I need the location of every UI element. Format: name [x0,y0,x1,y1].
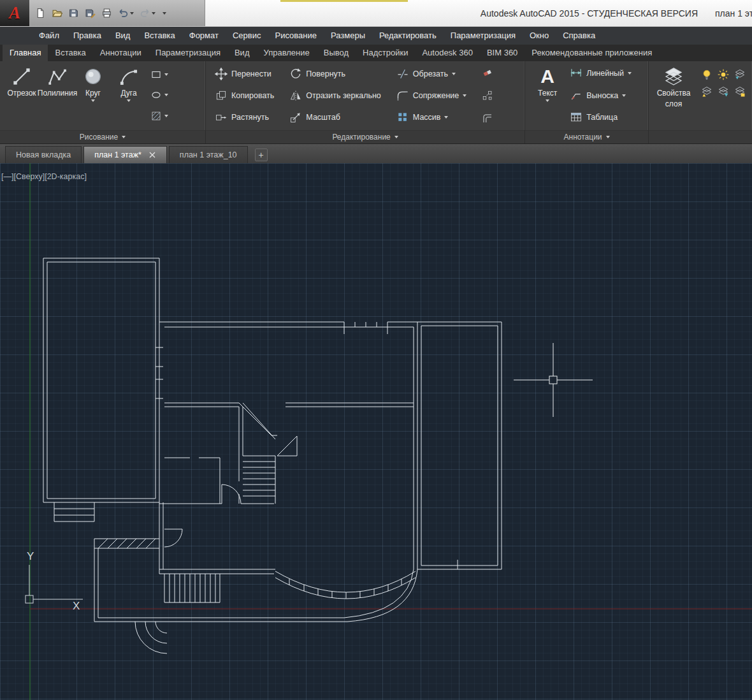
dropdown-caret [622,94,626,97]
ribbon-tab-featured-apps[interactable]: Рекомендованные приложения [524,45,659,61]
menu-draw[interactable]: Рисование [268,27,323,45]
hatch-tool-button[interactable] [150,108,168,124]
save-button[interactable] [66,4,81,22]
dropdown-caret [127,99,131,102]
menu-window[interactable]: Окно [523,27,556,45]
qat-customize-button[interactable] [159,4,168,22]
menu-format[interactable]: Формат [182,27,226,45]
layers-panel-footer[interactable] [649,130,752,143]
layer-lock-button[interactable] [715,83,732,100]
ribbon-tab-manage[interactable]: Управление [256,45,316,61]
draw-panel-body: Отрезок Полилиния Круг Дуга [0,61,205,130]
ribbon-panel-layers: Свойства слоя [649,61,752,143]
menu-modify[interactable]: Редактировать [372,27,444,45]
ribbon-tab-bar: Главная Вставка Аннотации Параметризация… [0,45,752,61]
erase-button[interactable] [482,67,493,78]
scale-icon [289,111,302,124]
close-tab-button[interactable] [149,152,156,159]
menu-parametric[interactable]: Параметризация [444,27,523,45]
annotation-column: Линейный Выноска Таблица [570,63,632,130]
tool-trim[interactable]: Обрезать [396,66,466,82]
menu-tools[interactable]: Сервис [226,27,268,45]
tool-rotate[interactable]: Повернуть [289,66,381,82]
drawing-tab-new[interactable]: Новая вкладка [5,146,82,163]
tool-array[interactable]: Массив [396,109,466,126]
menu-help[interactable]: Справка [556,27,602,45]
menu-view[interactable]: Вид [108,27,138,45]
ribbon-tab-bim360[interactable]: BIM 360 [480,45,524,61]
tool-leader[interactable]: Выноска [570,87,632,104]
tab-label: план 1 этаж_10 [180,150,237,159]
tool-label: Круг [85,89,101,98]
document-title: план 1 эт [715,8,752,18]
menu-edit[interactable]: Правка [66,27,108,45]
ribbon-tab-parametric[interactable]: Параметризация [148,45,228,61]
ribbon-tab-addins[interactable]: Надстройки [356,45,415,61]
plot-button[interactable] [99,4,114,22]
ribbon-tab-output[interactable]: Вывод [317,45,356,61]
quick-access-toolbar [29,0,205,26]
layer-freeze-button[interactable] [715,66,732,83]
ellipse-tool-button[interactable] [150,87,168,103]
tool-dimension-linear[interactable]: Линейный [570,65,632,82]
offset-button[interactable] [482,113,493,124]
ribbon-tab-annotate[interactable]: Аннотации [93,45,148,61]
tool-label-line2: слоя [665,99,682,108]
tool-line[interactable]: Отрезок [4,63,40,130]
drawing-tab-plan1-active[interactable]: план 1 этаж* [83,146,167,163]
ribbon-tab-insert[interactable]: Вставка [48,45,92,61]
tool-mirror[interactable]: Отразить зеркально [289,87,381,104]
viewport[interactable]: [—][Сверху][2D-каркас] [0,163,752,700]
tool-text[interactable]: А Текст [531,63,563,130]
tool-fillet[interactable]: Сопряжение [396,87,466,104]
ellipse-icon [150,89,162,101]
qat-customize-caret-icon [163,12,166,15]
menu-insert[interactable]: Вставка [137,27,182,45]
layer-isolate-button[interactable] [732,66,748,83]
tool-circle[interactable]: Круг [75,63,111,130]
rectangle-tool-button[interactable] [150,67,168,82]
drawing-canvas[interactable]: Y X [0,163,752,700]
tool-copy[interactable]: Копировать [215,87,274,104]
copy-icon [215,89,228,102]
open-file-button[interactable] [50,4,64,22]
save-as-button[interactable] [83,4,98,22]
undo-button[interactable] [116,4,136,22]
ribbon-tab-home[interactable]: Главная [3,45,48,61]
layer-color-button[interactable] [732,83,748,100]
dropdown-caret [122,136,126,138]
save-floppy-icon [68,8,79,18]
layer-on-button[interactable] [698,66,715,83]
tool-move[interactable]: Перенести [215,66,274,82]
layer-properties-button[interactable]: Свойства слоя [654,63,693,130]
redo-dropdown-caret[interactable] [152,12,155,15]
application-menu-button[interactable]: A [0,0,29,26]
ucs-icon: Y X [25,550,83,612]
viewport-controls[interactable]: [—][Сверху][2D-каркас] [1,172,87,181]
ribbon-tab-view[interactable]: Вид [228,45,257,61]
draw-panel-footer[interactable]: Рисование [0,130,205,143]
annotation-panel-footer[interactable]: Аннотации [525,130,648,143]
menu-file[interactable]: Файл [32,27,66,45]
explode-button[interactable] [482,90,493,101]
ribbon-tab-autodesk360[interactable]: Autodesk 360 [415,45,480,61]
undo-dropdown-caret[interactable] [130,12,134,15]
redo-button[interactable] [138,4,157,22]
tool-arc[interactable]: Дуга [111,63,147,130]
tool-table[interactable]: Таблица [570,109,632,126]
drawing-tab-plan1-10[interactable]: план 1 этаж_10 [169,146,248,163]
menu-dimensions[interactable]: Размеры [324,27,372,45]
tool-polyline[interactable]: Полилиния [40,63,75,130]
modify-panel-footer[interactable]: Редактирование [206,130,524,143]
modify-column-1: Перенести Копировать Растянуть [215,64,274,130]
tool-stretch[interactable]: Растянуть [215,109,274,126]
tool-label: Обрезать [413,69,448,78]
new-drawing-tab-button[interactable]: + [255,149,268,161]
tool-scale[interactable]: Масштаб [289,109,381,126]
layer-unisolate-button[interactable] [698,83,715,100]
ucs-x-label: X [73,600,80,612]
autocad-logo-icon: A [9,3,20,23]
new-file-button[interactable] [33,4,48,22]
modify-extra-tools [482,64,493,130]
tool-label: Отразить зеркально [306,91,381,100]
